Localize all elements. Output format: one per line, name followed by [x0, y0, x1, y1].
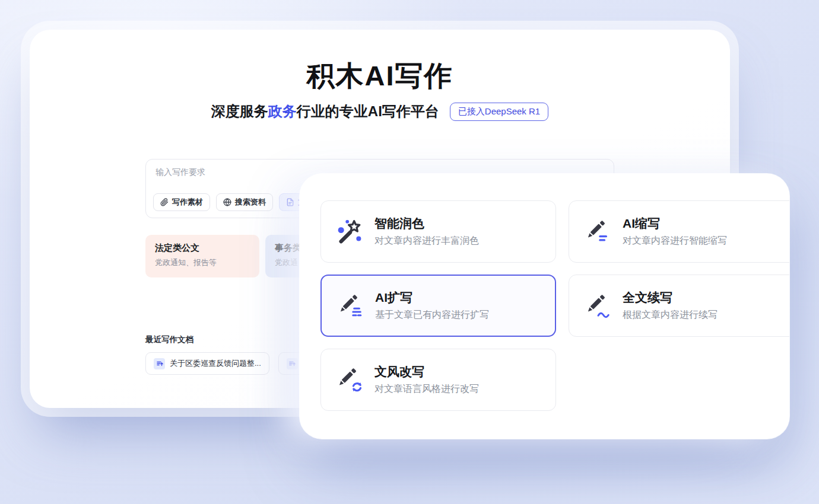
recent-doc-title: 关于区委巡查反馈问题整...: [170, 358, 261, 369]
category-desc: 党政通知、报告等: [155, 257, 250, 268]
pencil-shorten-icon: [585, 218, 612, 245]
feature-title: AI扩写: [375, 290, 489, 305]
feature-desc: 对文章内容进行智能缩写: [623, 235, 727, 247]
tool-button-label: 写作素材: [172, 197, 203, 208]
pencil-expand-icon: [337, 292, 364, 320]
doc-list-icon: [154, 358, 165, 369]
feature-desc: 根据文章内容进行续写: [623, 309, 718, 321]
tool-button-label: 搜索资料: [235, 197, 266, 208]
subtitle-highlight: 政务: [268, 103, 297, 119]
feature-tile-ai-shorten[interactable]: AI缩写 对文章内容进行智能缩写: [569, 200, 789, 263]
deepseek-badge: 已接入DeepSeek R1: [450, 103, 548, 121]
page-background: 积木AI写作 深度服务政务行业的专业AI写作平台 已接入DeepSeek R1: [0, 0, 819, 504]
ai-features-panel: 智能润色 对文章内容进行丰富润色: [300, 174, 789, 439]
feature-tile-ai-expand[interactable]: AI扩写 基于文章已有内容进行扩写: [320, 275, 556, 337]
magic-wand-icon: [337, 218, 364, 245]
hero-section: 积木AI写作 深度服务政务行业的专业AI写作平台 已接入DeepSeek R1: [30, 30, 730, 121]
feature-tile-full-continue[interactable]: 全文续写 根据文章内容进行续写: [569, 275, 789, 337]
feature-title: 文风改写: [374, 364, 479, 379]
feature-desc: 对文章内容进行丰富润色: [374, 235, 479, 247]
pencil-continue-icon: [585, 292, 612, 320]
page-title: 积木AI写作: [30, 59, 730, 92]
category-title: 法定类公文: [155, 243, 250, 254]
feature-title: 全文续写: [623, 290, 718, 305]
feature-tiles-grid: 智能润色 对文章内容进行丰富润色: [320, 200, 789, 411]
feature-desc: 对文章语言风格进行改写: [374, 383, 479, 395]
doc-list-icon: [287, 358, 298, 369]
writing-material-button[interactable]: 写作素材: [153, 193, 210, 211]
feature-title: 智能润色: [374, 216, 479, 231]
feature-tile-smart-polish[interactable]: 智能润色 对文章内容进行丰富润色: [320, 200, 556, 263]
page-subtitle: 深度服务政务行业的专业AI写作平台: [211, 102, 439, 121]
document-edit-icon: [286, 198, 294, 206]
feature-tile-style-rewrite[interactable]: 文风改写 对文章语言风格进行改写: [320, 349, 556, 411]
feature-desc: 基于文章已有内容进行扩写: [375, 309, 489, 321]
recent-doc-chip[interactable]: 关于区委巡查反馈问题整...: [145, 352, 269, 375]
globe-icon: [223, 198, 231, 206]
search-material-button[interactable]: 搜索资料: [216, 193, 273, 211]
paperclip-icon: [160, 198, 169, 206]
pencil-rewrite-icon: [337, 366, 364, 394]
category-legal-documents[interactable]: 法定类公文 党政通知、报告等: [145, 235, 259, 277]
feature-title: AI缩写: [623, 216, 727, 231]
